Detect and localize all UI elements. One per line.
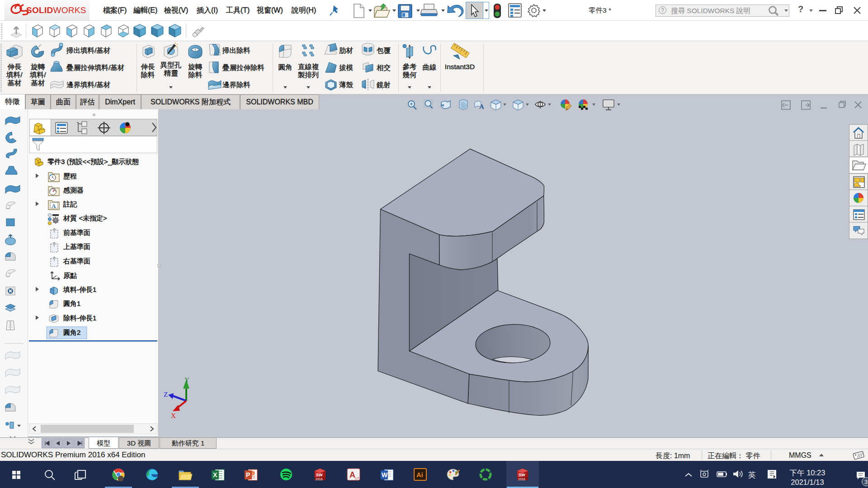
svg-text:圓角1: 圓角1	[63, 300, 80, 307]
svg-text:3: 3	[864, 479, 868, 485]
svg-text:英: 英	[748, 471, 756, 479]
svg-text:材質 <未指定>: 材質 <未指定>	[63, 214, 107, 222]
svg-text:註記: 註記	[63, 200, 77, 208]
svg-text:2021/1/13: 2021/1/13	[791, 478, 824, 486]
svg-text:LT: LT	[355, 476, 359, 480]
svg-text:前基準面: 前基準面	[63, 229, 90, 236]
svg-text:SOLIDWORKS: SOLIDWORKS	[26, 5, 86, 15]
svg-text:P: P	[246, 471, 250, 479]
svg-text:零件3 (預設<<預設>_顯示狀態: 零件3 (預設<<預設>_顯示狀態	[47, 158, 139, 165]
svg-text:原點: 原點	[63, 272, 77, 279]
svg-text:下午 10:23: 下午 10:23	[790, 469, 826, 477]
svg-text:感測器: 感測器	[63, 186, 84, 194]
svg-text:X: X	[171, 412, 176, 419]
svg-text:填料-伸長1: 填料-伸長1	[63, 286, 96, 293]
svg-text:A: A	[52, 202, 56, 209]
svg-text:A: A	[479, 103, 484, 110]
svg-text:歷程: 歷程	[63, 172, 77, 180]
svg-text:Ai: Ai	[416, 471, 423, 479]
svg-text:X: X	[213, 471, 217, 479]
svg-text:除料-伸長1: 除料-伸長1	[63, 314, 96, 322]
svg-text:上基準面: 上基準面	[63, 243, 90, 250]
svg-text:A: A	[349, 470, 355, 479]
svg-text:Z: Z	[164, 391, 168, 398]
svg-text:右基準面: 右基準面	[63, 257, 90, 265]
svg-text:圓角2: 圓角2	[63, 328, 80, 336]
svg-text:W: W	[382, 471, 388, 479]
svg-text:Y: Y	[184, 376, 189, 384]
